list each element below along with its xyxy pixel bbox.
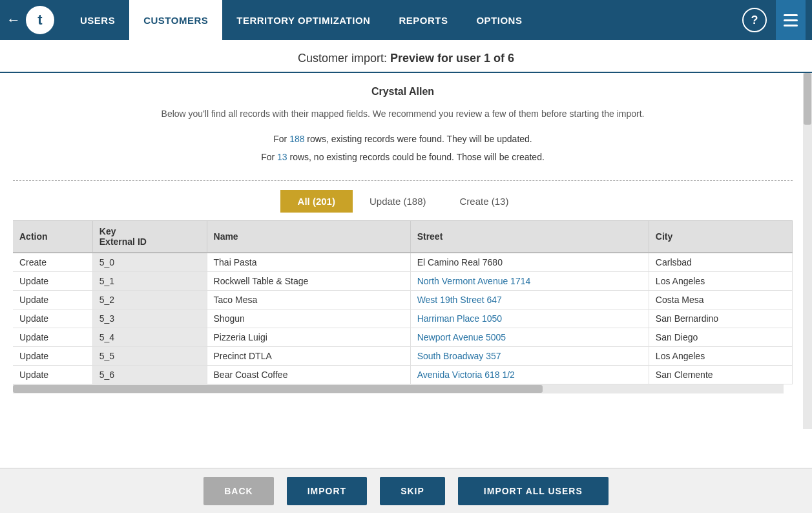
cell-city: Los Angeles — [649, 272, 792, 291]
vertical-scrollbar-track[interactable] — [803, 73, 812, 429]
table-row: Create 5_0 Thai Pasta El Camino Real 768… — [13, 253, 793, 272]
cell-key: 5_2 — [92, 291, 207, 309]
tab-create[interactable]: Create (13) — [443, 191, 526, 212]
cell-key: 5_6 — [92, 366, 207, 384]
info-text: Below you'll find all records with their… — [13, 107, 793, 121]
cell-name: Precinct DTLA — [207, 347, 410, 366]
dashed-divider — [13, 180, 793, 181]
cell-action: Update — [13, 291, 92, 309]
cell-city: Costa Mesa — [649, 291, 792, 309]
page-header-prefix: Customer import: — [298, 52, 390, 65]
user-section: Crystal Allen Below you'll find all reco… — [13, 73, 793, 173]
bottom-action-bar: BACK IMPORT SKIP IMPORT ALL USERS — [0, 468, 812, 513]
cell-action: Create — [13, 253, 92, 272]
cell-street: North Vermont Avenue 1714 — [410, 272, 649, 291]
skip-button[interactable]: SKIP — [380, 477, 445, 505]
cell-street: Newport Avenue 5005 — [410, 328, 649, 347]
records-info: For 188 rows, existing records were foun… — [13, 130, 793, 166]
cell-key: 5_1 — [92, 272, 207, 291]
records-line1-suffix: rows, existing records were found. They … — [304, 134, 532, 144]
cell-action: Update — [13, 347, 92, 366]
menu-bar-1 — [784, 14, 798, 16]
cell-name: Pizzeria Luigi — [207, 328, 410, 347]
col-name: Name — [207, 221, 410, 253]
cell-name: Taco Mesa — [207, 291, 410, 309]
col-city: City — [649, 221, 792, 253]
records-update-count: 188 — [289, 134, 304, 144]
data-table: Action KeyExternal ID Name Street City C… — [13, 221, 793, 384]
table-header-row: Action KeyExternal ID Name Street City — [13, 221, 793, 253]
cell-city: San Clemente — [649, 366, 792, 384]
cell-city: San Diego — [649, 328, 792, 347]
logo: t — [26, 6, 54, 34]
cell-street: South Broadway 357 — [410, 347, 649, 366]
cell-action: Update — [13, 309, 92, 328]
cell-city: Los Angeles — [649, 347, 792, 366]
import-button[interactable]: IMPORT — [287, 477, 367, 505]
cell-street: West 19th Street 647 — [410, 291, 649, 309]
cell-city: San Bernardino — [649, 309, 792, 328]
cell-key: 5_0 — [92, 253, 207, 272]
back-nav-button[interactable]: ← — [6, 12, 21, 28]
main-area: Crystal Allen Below you'll find all reco… — [0, 73, 812, 513]
horizontal-scrollbar-thumb[interactable] — [13, 385, 543, 393]
cell-name: Rockwell Table & Stage — [207, 272, 410, 291]
tab-update[interactable]: Update (188) — [353, 191, 443, 212]
horizontal-scrollbar-track[interactable] — [13, 384, 784, 393]
nav-customers-link[interactable]: CUSTOMERS — [129, 0, 222, 40]
vertical-scrollbar-thumb[interactable] — [804, 73, 811, 125]
table-row: Update 5_3 Shogun Harriman Place 1050 Sa… — [13, 309, 793, 328]
nav-users-link[interactable]: USERS — [66, 0, 129, 40]
records-line2-suffix: rows, no existing records could be found… — [287, 152, 545, 162]
col-key: KeyExternal ID — [92, 221, 207, 253]
cell-key: 5_5 — [92, 347, 207, 366]
cell-name: Thai Pasta — [207, 253, 410, 272]
page-header-bold: Preview for user 1 of 6 — [390, 52, 514, 65]
back-arrow-icon: ← — [6, 12, 21, 28]
cell-action: Update — [13, 366, 92, 384]
filter-tabs: All (201) Update (188) Create (13) — [13, 190, 793, 220]
cell-name: Bear Coast Coffee — [207, 366, 410, 384]
help-icon[interactable]: ? — [742, 8, 767, 32]
nav-links: USERS CUSTOMERS TERRITORY OPTIMIZATION R… — [66, 0, 742, 40]
menu-bar-3 — [784, 25, 798, 26]
user-name: Crystal Allen — [13, 86, 793, 98]
cell-city: Carlsbad — [649, 253, 792, 272]
nav-reports-link[interactable]: REPORTS — [384, 0, 462, 40]
import-all-users-button[interactable]: IMPORT ALL USERS — [458, 477, 609, 505]
records-create-count: 13 — [277, 152, 287, 162]
table-row: Update 5_1 Rockwell Table & Stage North … — [13, 272, 793, 291]
table-row: Update 5_2 Taco Mesa West 19th Street 64… — [13, 291, 793, 309]
data-table-wrapper: Action KeyExternal ID Name Street City C… — [13, 220, 793, 384]
page-header: Customer import: Preview for user 1 of 6 — [0, 40, 812, 73]
nav-options-link[interactable]: OPTIONS — [462, 0, 536, 40]
navbar: ← t USERS CUSTOMERS TERRITORY OPTIMIZATI… — [0, 0, 812, 40]
hamburger-menu-button[interactable] — [776, 0, 806, 40]
col-action: Action — [13, 221, 92, 253]
scroll-container: Crystal Allen Below you'll find all reco… — [0, 73, 812, 468]
cell-action: Update — [13, 272, 92, 291]
cell-name: Shogun — [207, 309, 410, 328]
records-line2-prefix: For — [261, 152, 277, 162]
table-row: Update 5_4 Pizzeria Luigi Newport Avenue… — [13, 328, 793, 347]
cell-key: 5_4 — [92, 328, 207, 347]
menu-bar-2 — [784, 19, 798, 21]
table-row: Update 5_6 Bear Coast Coffee Avenida Vic… — [13, 366, 793, 384]
cell-key: 5_3 — [92, 309, 207, 328]
cell-street: Avenida Victoria 618 1/2 — [410, 366, 649, 384]
cell-street: El Camino Real 7680 — [410, 253, 649, 272]
records-line1-prefix: For — [273, 134, 289, 144]
back-button[interactable]: BACK — [203, 477, 273, 505]
cell-action: Update — [13, 328, 92, 347]
content-area: Crystal Allen Below you'll find all reco… — [0, 73, 812, 468]
cell-street: Harriman Place 1050 — [410, 309, 649, 328]
tab-all[interactable]: All (201) — [280, 190, 353, 213]
col-street: Street — [410, 221, 649, 253]
table-row: Update 5_5 Precinct DTLA South Broadway … — [13, 347, 793, 366]
nav-territory-link[interactable]: TERRITORY OPTIMIZATION — [222, 0, 384, 40]
nav-right-actions: ? — [742, 0, 806, 40]
logo-letter: t — [37, 12, 42, 28]
